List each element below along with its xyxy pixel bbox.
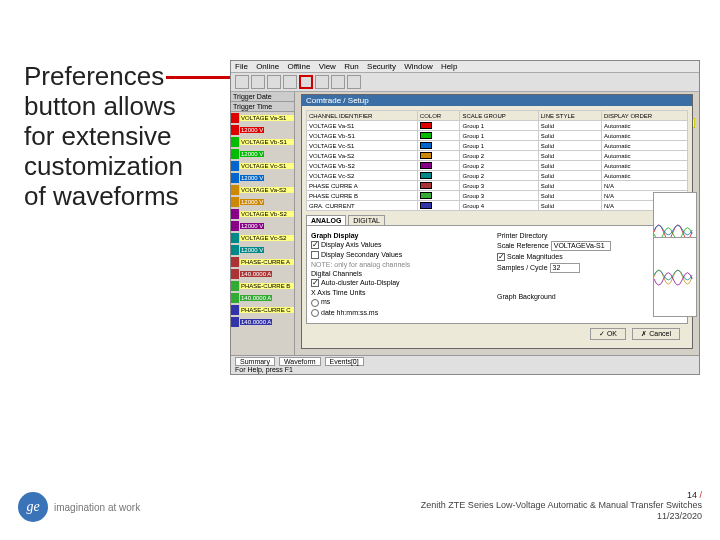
- menu-item[interactable]: Online: [256, 62, 279, 71]
- menu-item[interactable]: Help: [441, 62, 457, 71]
- preferences-button[interactable]: [299, 75, 313, 89]
- scale-ref-input[interactable]: VOLTAGEVa-S1: [551, 241, 611, 251]
- menu-item[interactable]: Security: [367, 62, 396, 71]
- toolbar-button[interactable]: [315, 75, 329, 89]
- display-axis-label: Display Axis Values: [321, 241, 382, 248]
- channel-value: 12000 V: [231, 196, 294, 208]
- radio-ms-label: ms: [321, 298, 330, 305]
- axis-units-label: X Axis Time Units: [311, 289, 497, 296]
- channel-value: 140.0000 A: [231, 292, 294, 304]
- table-row[interactable]: PHASE CURRE BGroup 3SolidN/A: [307, 191, 688, 201]
- channel-value: 12000 V: [231, 244, 294, 256]
- channel-row[interactable]: PHASE-CURRE B: [231, 280, 294, 292]
- table-row[interactable]: VOLTAGE Vb-S1Group 1SolidAutomatic: [307, 131, 688, 141]
- ge-logo-icon: ge: [18, 492, 48, 522]
- display-secondary-label: Display Secondary Values: [321, 251, 402, 258]
- graph-display-label: Graph Display: [311, 232, 497, 239]
- checkbox-display-axis[interactable]: [311, 241, 319, 249]
- channel-row[interactable]: VOLTAGE Vb-S1: [231, 136, 294, 148]
- channel-row[interactable]: PHASE-CURRE A: [231, 256, 294, 268]
- checkbox-display-secondary[interactable]: [311, 251, 319, 259]
- channel-row[interactable]: PHASE-CURRE C: [231, 304, 294, 316]
- channel-row[interactable]: VOLTAGE Vb-S2: [231, 208, 294, 220]
- tab-events[interactable]: Events[0]: [325, 357, 364, 366]
- tab-analog[interactable]: ANALOG: [306, 215, 346, 225]
- note-text: NOTE: only for analog channels: [311, 261, 497, 268]
- status-text: For Help, press F1: [235, 366, 293, 373]
- table-row[interactable]: VOLTAGE Vc-S2Group 2SolidAutomatic: [307, 171, 688, 181]
- cancel-button[interactable]: ✗ Cancel: [632, 328, 680, 340]
- checkbox-scale-mag[interactable]: [497, 253, 505, 261]
- digital-channels-label: Digital Channels: [311, 270, 497, 277]
- menu-item[interactable]: File: [235, 62, 248, 71]
- tab-digital[interactable]: DIGITAL: [348, 215, 385, 225]
- table-row[interactable]: VOLTAGE Va-S2Group 2SolidAutomatic: [307, 151, 688, 161]
- statusbar: Summary Waveform Events[0] For Help, pre…: [231, 355, 699, 374]
- channel-value: 140.0000 A: [231, 316, 294, 328]
- slide-footer: ge imagination at work 14 / Zenith ZTE S…: [18, 490, 702, 522]
- col-header: DISPLAY ORDER: [601, 111, 687, 121]
- autocluster-label: Auto-cluster Auto-Display: [321, 279, 400, 286]
- ok-button[interactable]: ✓ OK: [590, 328, 626, 340]
- radio-datetime[interactable]: [311, 309, 319, 317]
- waveform-preview-2: [653, 237, 697, 317]
- tab-waveform[interactable]: Waveform: [279, 357, 321, 366]
- page-number: 14: [687, 490, 697, 500]
- channel-sidebar: Trigger Date Trigger Time VOLTAGE Va-S11…: [231, 92, 295, 370]
- dialog-title: Comtrade / Setup: [302, 95, 692, 106]
- ge-tagline: imagination at work: [54, 502, 140, 513]
- channel-row[interactable]: VOLTAGE Va-S2: [231, 184, 294, 196]
- table-row[interactable]: GRA. CURRENTGroup 4SolidN/A: [307, 201, 688, 211]
- toolbar-button[interactable]: [267, 75, 281, 89]
- table-row[interactable]: PHASE CURRE AGroup 3SolidN/A: [307, 181, 688, 191]
- channel-row[interactable]: VOLTAGE Vc-S1: [231, 160, 294, 172]
- main-area: 0.017999 s Comtrade / Setup CHANNEL IDEN…: [295, 92, 699, 370]
- preferences-dialog: Comtrade / Setup CHANNEL IDENTIFIER COLO…: [301, 94, 693, 349]
- trigger-date-label: Trigger Date: [231, 92, 294, 102]
- menu-item[interactable]: Offline: [287, 62, 310, 71]
- radio-ms[interactable]: [311, 299, 319, 307]
- toolbar-button[interactable]: [251, 75, 265, 89]
- scale-mag-label: Scale Magnitudes: [507, 253, 563, 260]
- toolbar-button[interactable]: [283, 75, 297, 89]
- toolbar: [231, 73, 699, 92]
- table-row[interactable]: VOLTAGE Vb-S2Group 2SolidAutomatic: [307, 161, 688, 171]
- channel-value: 12000 V: [231, 124, 294, 136]
- channel-row[interactable]: VOLTAGE Va-S1: [231, 112, 294, 124]
- table-row[interactable]: VOLTAGE Va-S1Group 1SolidAutomatic: [307, 121, 688, 131]
- col-header: COLOR: [417, 111, 460, 121]
- radio-datetime-label: date hh:mm:ss.ms: [321, 309, 378, 316]
- samples-input[interactable]: 32: [550, 263, 580, 273]
- toolbar-button[interactable]: [331, 75, 345, 89]
- toolbar-button[interactable]: [235, 75, 249, 89]
- checkbox-autocluster[interactable]: [311, 279, 319, 287]
- dialog-tabs: ANALOG DIGITAL: [306, 215, 688, 225]
- scale-ref-label: Scale Reference: [497, 242, 549, 249]
- table-row[interactable]: VOLTAGE Vc-S1Group 1SolidAutomatic: [307, 141, 688, 151]
- channel-value: 12000 V: [231, 148, 294, 160]
- col-header: SCALE GROUP: [460, 111, 538, 121]
- channel-value: 12000 V: [231, 220, 294, 232]
- menu-item[interactable]: View: [319, 62, 336, 71]
- col-header: CHANNEL IDENTIFIER: [307, 111, 418, 121]
- samples-label: Samples / Cycle: [497, 264, 548, 271]
- page-slash: /: [699, 490, 702, 500]
- menubar: File Online Offline View Run Security Wi…: [231, 61, 699, 73]
- trigger-time-label: Trigger Time: [231, 102, 294, 112]
- tab-summary[interactable]: Summary: [235, 357, 275, 366]
- toolbar-button[interactable]: [347, 75, 361, 89]
- footer-title: Zenith ZTE Series Low-Voltage Automatic …: [421, 500, 702, 511]
- col-header: LINE STYLE: [538, 111, 601, 121]
- menu-item[interactable]: Window: [404, 62, 432, 71]
- channel-value: 12000 V: [231, 172, 294, 184]
- footer-date: 11/23/2020: [421, 511, 702, 522]
- channel-table: CHANNEL IDENTIFIER COLOR SCALE GROUP LIN…: [306, 110, 688, 211]
- menu-item[interactable]: Run: [344, 62, 359, 71]
- channel-row[interactable]: VOLTAGE Vc-S2: [231, 232, 294, 244]
- channel-value: 140.0000 A: [231, 268, 294, 280]
- app-screenshot: File Online Offline View Run Security Wi…: [230, 60, 700, 375]
